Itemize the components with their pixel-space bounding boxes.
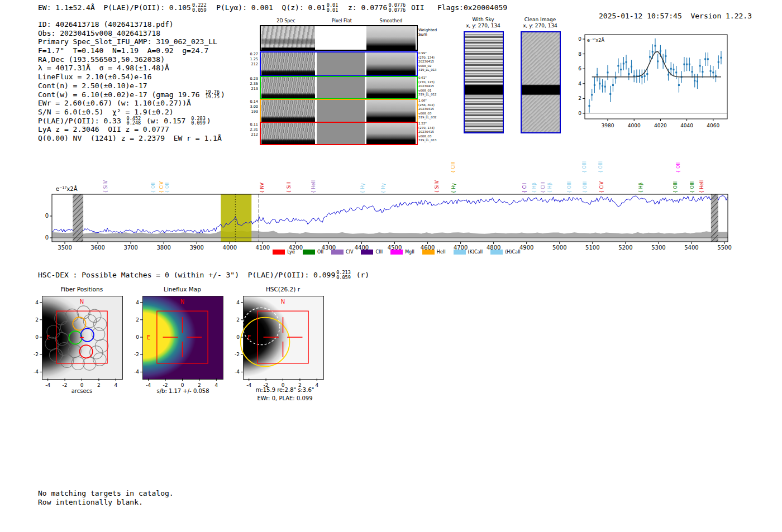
spectral-line-label: { Hγ — [381, 183, 386, 193]
x-tick-label: -4 — [45, 382, 50, 388]
right-label-line: (270, 125) — [418, 80, 452, 85]
text-segment: LyA z = 2.3046 OII z = 0.0777 — [38, 125, 169, 133]
spectral-line-label: { SiII — [287, 182, 292, 193]
with-sky-coords: x, y: 270, 134 — [458, 23, 508, 28]
y-tick-label: 0 — [136, 334, 139, 340]
spec2d-row-left-label: 0.143.00193 — [240, 99, 258, 114]
full-spectrum-chart: 3500360037003800390040004100420043004400… — [45, 188, 735, 253]
spectral-line-label: { HeII — [311, 180, 316, 193]
left-label-line: 0.11 — [240, 122, 258, 127]
cell-pixelflat — [317, 123, 365, 144]
x-tick-label: 4600 — [421, 245, 435, 251]
spectral-line-label: { CIV — [599, 181, 604, 193]
spectral-line-label: { CIV — [159, 181, 164, 193]
cell-pixelflat — [317, 52, 365, 75]
fiber-circle — [55, 332, 68, 345]
map-overlay: NE-4-4-2-2002244 — [129, 294, 235, 390]
right-label-line: (270, 134) — [418, 126, 452, 131]
line-highlight-band — [221, 194, 251, 242]
x-tick-label: 4060 — [707, 123, 719, 128]
east-label: E — [247, 334, 251, 341]
info-line: F=1.7" T=0.140 N=1.19 A=0.92 g=24.7 — [38, 46, 225, 55]
spectral-line-label: { OII — [151, 183, 156, 193]
y-tick-label: 4 — [35, 300, 39, 305]
spectral-line-label: { Hβ — [638, 183, 643, 193]
spectral-line-label: { HeII — [699, 180, 704, 193]
data-point — [617, 65, 619, 66]
x-tick-label: 4400 — [355, 245, 369, 251]
y-tick-label: 4 — [136, 300, 139, 305]
data-point — [597, 74, 598, 75]
text-segment: ) — [207, 117, 211, 125]
right-label-line: 0.99" — [418, 51, 452, 56]
x-tick-label: 0 — [181, 382, 184, 388]
data-point — [692, 71, 693, 73]
info-line: LyA z = 2.3046 OII z = 0.0777 — [38, 125, 225, 134]
info-line: RA,Dec (193.556503,50.362038) — [38, 55, 225, 64]
text-segment: z: 0.0776 — [339, 3, 387, 12]
report-date: 2025-01-12 10:57:45 — [599, 12, 682, 20]
data-point — [704, 58, 706, 60]
left-label-line: 0.23 — [240, 76, 258, 82]
spec2d-row — [260, 122, 418, 145]
value-stack: 0.4520.248 — [127, 116, 141, 126]
info-line: λ = 4017.31Å σ = 4.98(±1.48)Å — [38, 64, 225, 73]
data-point — [697, 80, 698, 82]
spec2d-row — [260, 99, 418, 123]
data-point — [718, 61, 719, 63]
left-label-line: 213 — [240, 87, 258, 92]
data-point — [689, 64, 690, 65]
x-tick-label: 5500 — [717, 245, 731, 251]
sub-value: 19.75 — [205, 94, 220, 99]
spectral-line-label: { CIII — [541, 182, 546, 193]
spectral-line-label: { OIII — [583, 181, 588, 193]
data-point — [626, 61, 627, 63]
x-tick-label: 0 — [282, 382, 285, 388]
data-point — [604, 86, 606, 88]
info-line: EWr = 2.60(±0.67) (w: 1.10(±0.27))Å — [38, 99, 225, 108]
cell-smoothed — [366, 77, 416, 98]
sub-value: 0.01 — [327, 8, 338, 13]
right-label-line: 0.61" — [418, 76, 452, 80]
y-tick-label: 2 — [136, 317, 139, 323]
x-tick-label: 4040 — [680, 123, 693, 128]
data-point — [699, 65, 701, 66]
fiber-circle — [50, 348, 63, 361]
info-line: Q(0.00) NV (1241) z = 2.2379 EW r = 1.1Å — [38, 134, 225, 143]
info-line: ID: 4026413718 (4026413718.pdf) — [38, 20, 225, 29]
clean-image-title: Clean Image — [515, 17, 565, 22]
right-label-line: 319_LL_012 — [418, 93, 452, 97]
x-tick-label: 4900 — [519, 245, 533, 251]
text-segment: F=1.7" T=0.140 N=1.19 A=0.92 g=24.7 — [38, 46, 208, 55]
y-tick-label: 2 — [578, 95, 581, 101]
sub-value: 0.0776 — [388, 8, 406, 13]
x-tick-label: 4 — [214, 382, 218, 388]
data-point — [631, 66, 632, 68]
spec2d-row — [260, 76, 418, 99]
footer-notes: No matching targets in catalog. Row inte… — [38, 489, 174, 506]
left-label-line: 193 — [240, 109, 258, 114]
data-point — [678, 84, 680, 86]
data-point — [607, 71, 609, 73]
cell-pixelflat — [317, 77, 365, 98]
spectral-line-label: { Hγ — [360, 183, 365, 193]
x-tick-label: 4 — [315, 382, 318, 388]
data-point — [620, 69, 622, 70]
cell-2dspec — [261, 77, 315, 98]
data-point — [628, 73, 630, 75]
right-label-line: v008_03 — [418, 112, 452, 116]
right-label-line: v008_02 — [418, 64, 452, 69]
spectral-line-label: { SiIV — [435, 180, 440, 193]
info-line: Primary Spec_Slot_IFU_AMP: 319_062_023_L… — [38, 37, 225, 46]
right-label-line: 319_LL_013 — [418, 68, 452, 73]
text-segment: RA,Dec (193.556503,50.362038) — [38, 55, 165, 64]
center-marker: + — [79, 334, 84, 341]
data-point — [694, 80, 695, 82]
col-title-pixelflat: Pixel Flat — [317, 18, 367, 23]
data-point — [641, 76, 643, 78]
right-label-line: 1.06" — [418, 99, 452, 103]
spectral-line-label: { Hγ — [451, 183, 456, 193]
x-tick-label: 4300 — [322, 245, 336, 251]
cell-pixelflat — [317, 100, 365, 122]
text-segment: ) — [221, 90, 225, 99]
